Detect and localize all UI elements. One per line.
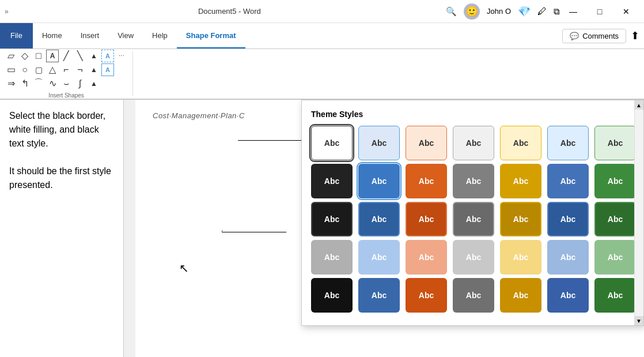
shape-rect2[interactable]: ▭ — [5, 63, 17, 76]
tab-home[interactable]: Home — [33, 23, 71, 48]
style-cell-r4-6[interactable]: Abc — [547, 240, 589, 275]
shape-rounded-rect[interactable]: ▢ — [32, 63, 45, 76]
style-cell-r3-3[interactable]: Abc — [406, 202, 447, 236]
shape-line[interactable]: ╱ — [60, 50, 73, 62]
shape-ellipse[interactable]: ○ — [18, 63, 31, 76]
style-cell-r1-7[interactable]: Abc — [594, 126, 636, 160]
tab-help[interactable]: Help — [143, 23, 177, 48]
shape-arrow-right[interactable]: ⇒ — [5, 77, 17, 90]
shapes-row-3: ⇒ ↰ ⌒ ∿ ⌣ ∫ ▲ — [5, 77, 128, 90]
style-cell-r5-7[interactable]: Abc — [594, 278, 636, 313]
insert-shapes-section: ▱ ◇ □ A ╱ ╲ ▲ A ⋯ ▭ ○ ▢ △ ⌐ ¬ ▲ A ⇒ — [0, 51, 133, 96]
style-cell-r2-3[interactable]: Abc — [406, 164, 447, 198]
style-cell-r1-5[interactable]: Abc — [500, 126, 541, 160]
dropdown-panel: Theme Styles Abc Abc Abc Abc Abc Abc Abc… — [301, 100, 644, 326]
shape-freeform[interactable]: ∫ — [74, 77, 86, 90]
style-cell-r3-5[interactable]: Abc — [500, 202, 541, 236]
title-bar: » Document5 - Word 🔍 🙂 John O 💎 🖊 ⧉ — □ … — [0, 0, 644, 23]
style-cell-r2-2[interactable]: Abc — [358, 164, 400, 198]
shape-container[interactable] — [222, 140, 302, 232]
tab-view[interactable]: View — [108, 23, 143, 48]
style-cell-r3-2[interactable]: Abc — [358, 202, 400, 236]
more-icon[interactable]: ⋯ — [115, 50, 128, 62]
comment-icon: 💬 — [570, 32, 579, 40]
collapse-icon[interactable]: » — [5, 7, 9, 16]
doc-page: Cost·Management·Plan·C ↖ Theme Styles Ab… — [135, 100, 644, 357]
shape-bracket2[interactable]: ¬ — [74, 63, 86, 76]
shapes-row-1: ▱ ◇ □ A ╱ ╲ ▲ A ⋯ — [5, 50, 128, 62]
tab-file[interactable]: File — [0, 23, 33, 48]
style-cell-r4-2[interactable]: Abc — [358, 240, 400, 275]
style-cell-r5-1[interactable]: Abc — [311, 278, 353, 313]
shape-triangle[interactable]: △ — [46, 63, 59, 76]
shape-wave[interactable]: ∿ — [46, 77, 59, 90]
style-cell-r2-6[interactable]: Abc — [547, 164, 589, 198]
ribbon-content-bar: ▱ ◇ □ A ╱ ╲ ▲ A ⋯ ▭ ○ ▢ △ ⌐ ¬ ▲ A ⇒ — [0, 49, 644, 100]
style-cell-r2-1[interactable]: Abc — [311, 164, 353, 198]
document-area: Cost·Management·Plan·C ↖ Theme Styles Ab… — [124, 100, 644, 357]
expand-arrow[interactable]: ▲ — [88, 50, 100, 62]
style-cell-r3-4[interactable]: Abc — [453, 202, 494, 236]
window-title: Document5 - Word — [13, 7, 446, 16]
expand-arrow-2[interactable]: ▲ — [88, 63, 100, 76]
style-cell-r5-4[interactable]: Abc — [453, 278, 494, 313]
style-cell-r4-7[interactable]: Abc — [594, 240, 636, 275]
style-cell-r1-4[interactable]: Abc — [453, 126, 494, 160]
text-box-icon[interactable]: A — [101, 50, 114, 62]
instruction-panel: Select the black border, white filling, … — [0, 100, 124, 357]
minimize-button[interactable]: — — [560, 2, 586, 21]
shape-curve[interactable]: ⌣ — [60, 77, 73, 90]
abc-label: Abc — [324, 138, 339, 148]
text-box-icon-2[interactable]: A — [101, 63, 114, 76]
comments-label: Comments — [582, 32, 619, 40]
title-bar-icons: 🔍 🙂 John O 💎 🖊 ⧉ — [446, 3, 560, 20]
style-cell-r3-1[interactable]: Abc — [311, 202, 353, 236]
style-cell-r5-5[interactable]: Abc — [500, 278, 541, 313]
style-cell-r3-6[interactable]: Abc — [547, 202, 589, 236]
style-cell-r1-2[interactable]: Abc — [358, 126, 400, 160]
shape-rhombus[interactable]: ◇ — [18, 50, 31, 62]
insert-shapes-label: Insert Shapes — [48, 92, 84, 99]
shape-line2[interactable]: ╲ — [74, 50, 86, 62]
pen-icon[interactable]: 🖊 — [537, 6, 547, 17]
expand-arrow-3[interactable]: ▲ — [88, 77, 100, 90]
scroll-indicator[interactable]: ▲ ▼ — [634, 100, 643, 325]
diamond-icon[interactable]: 💎 — [518, 5, 531, 18]
tab-insert[interactable]: Insert — [71, 23, 109, 48]
style-cell-r1-3[interactable]: Abc — [406, 126, 447, 160]
style-cell-r2-7[interactable]: Abc — [594, 164, 636, 198]
cursor-arrow: ↖ — [179, 261, 189, 275]
style-cell-r3-7[interactable]: Abc — [594, 202, 636, 236]
shape-arc[interactable]: ⌒ — [32, 77, 45, 90]
user-avatar[interactable]: 🙂 — [464, 3, 480, 20]
user-name: John O — [487, 7, 511, 16]
parallelogram-shape[interactable] — [222, 140, 302, 232]
style-cell-r5-3[interactable]: Abc — [406, 278, 447, 313]
tab-shape-format[interactable]: Shape Format — [177, 23, 245, 48]
ribbon-right-actions: 💬 Comments ⬆ — [562, 29, 644, 43]
style-cell-r1-1[interactable]: Abc — [311, 126, 353, 160]
style-cell-r2-4[interactable]: Abc — [453, 164, 494, 198]
shape-rectangle[interactable]: □ — [32, 50, 45, 62]
shape-parallelogram[interactable]: ▱ — [5, 50, 17, 62]
shapes-row-2: ▭ ○ ▢ △ ⌐ ¬ ▲ A — [5, 63, 128, 76]
style-cell-r4-3[interactable]: Abc — [406, 240, 447, 275]
shape-text-A[interactable]: A — [46, 50, 59, 62]
comments-button[interactable]: 💬 Comments — [562, 29, 626, 43]
maximize-button[interactable]: □ — [586, 2, 613, 21]
theme-styles-title: Theme Styles — [311, 110, 634, 119]
shape-bracket[interactable]: ⌐ — [60, 63, 73, 76]
style-cell-r5-6[interactable]: Abc — [547, 278, 589, 313]
style-cell-r5-2[interactable]: Abc — [358, 278, 400, 313]
style-grid: Abc Abc Abc Abc Abc Abc Abc Abc Abc Abc … — [311, 126, 634, 313]
style-cell-r4-1[interactable]: Abc — [311, 240, 353, 275]
close-button[interactable]: ✕ — [613, 2, 639, 21]
style-cell-r4-5[interactable]: Abc — [500, 240, 541, 275]
style-cell-r2-5[interactable]: Abc — [500, 164, 541, 198]
style-cell-r4-4[interactable]: Abc — [453, 240, 494, 275]
search-icon[interactable]: 🔍 — [446, 6, 457, 17]
share-icon[interactable]: ⬆ — [631, 29, 639, 42]
shape-arrow-left[interactable]: ↰ — [18, 77, 31, 90]
restore-icon[interactable]: ⧉ — [554, 6, 560, 17]
style-cell-r1-6[interactable]: Abc — [547, 126, 589, 160]
